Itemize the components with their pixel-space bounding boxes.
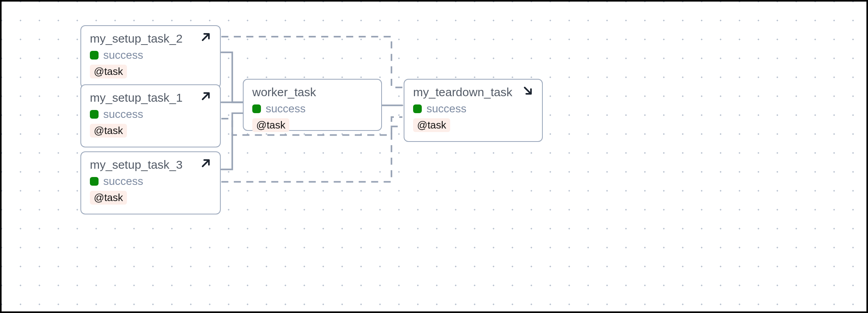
task-node-my-teardown-task[interactable]: my_teardown_task success @task (404, 79, 543, 142)
task-title: my_setup_task_2 (90, 32, 211, 46)
status-label: success (103, 108, 143, 121)
status-label: success (266, 102, 305, 115)
task-title: my_setup_task_1 (90, 91, 211, 105)
decorator-tag: @task (90, 124, 127, 138)
decorator-tag: @task (90, 65, 127, 78)
status-label: success (103, 49, 143, 61)
decorator-tag: @task (252, 118, 289, 132)
dag-canvas[interactable]: { "status_label": "success", "tag_label"… (0, 0, 868, 313)
status-indicator-success (90, 51, 99, 60)
task-title: worker_task (252, 85, 373, 99)
status-indicator-success (90, 177, 99, 186)
arrow-up-right-icon (199, 31, 212, 43)
arrow-up-right-icon (199, 157, 212, 170)
arrow-down-right-icon (522, 84, 534, 97)
status-label: success (427, 102, 466, 115)
status-indicator-success (413, 104, 422, 113)
task-node-my-setup-task-3[interactable]: my_setup_task_3 success @task (80, 151, 221, 214)
task-node-my-setup-task-2[interactable]: my_setup_task_2 success @task (80, 25, 221, 88)
status-indicator-success (252, 104, 261, 113)
task-node-my-setup-task-1[interactable]: my_setup_task_1 success @task (80, 84, 221, 147)
decorator-tag: @task (90, 191, 127, 205)
task-node-worker-task[interactable]: worker_task success @task (243, 79, 382, 131)
arrow-up-right-icon (199, 90, 212, 102)
task-title: my_teardown_task (413, 85, 533, 99)
decorator-tag: @task (413, 118, 450, 132)
status-indicator-success (90, 110, 99, 119)
status-label: success (103, 175, 143, 188)
task-title: my_setup_task_3 (90, 158, 211, 172)
